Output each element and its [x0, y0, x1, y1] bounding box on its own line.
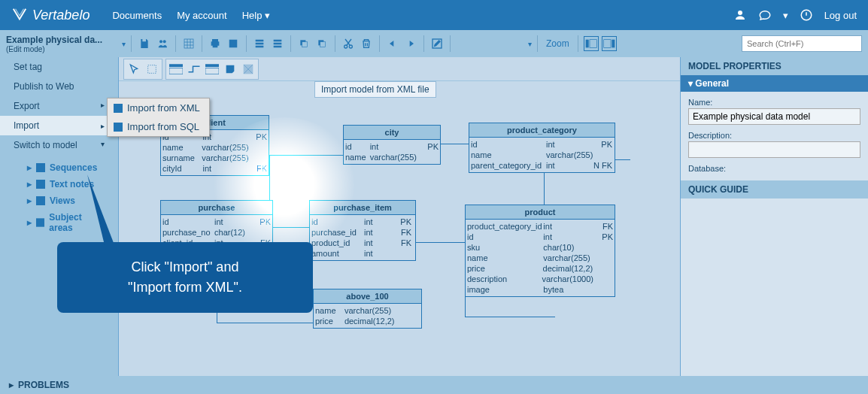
svg-rect-20 — [36, 218, 44, 226]
align4-icon[interactable] — [510, 36, 525, 51]
svg-rect-16 — [612, 40, 615, 48]
cut-icon[interactable] — [341, 36, 356, 51]
svg-rect-27 — [205, 68, 219, 74]
desc-input[interactable] — [688, 141, 860, 158]
entity-product[interactable]: product product_category_idintFKidintPKs… — [465, 205, 615, 297]
nav-help[interactable]: Help ▾ — [242, 10, 270, 21]
svg-rect-18 — [36, 180, 45, 189]
entity-city[interactable]: city idintPKnamevarchar(255) — [343, 125, 441, 165]
copy-icon[interactable] — [296, 36, 311, 51]
menu-import[interactable]: Import▸ — [0, 116, 118, 135]
entity-purchaseitem[interactable]: purchase_item idintPKpurchase_idintFKpro… — [309, 200, 416, 261]
panel-section-general[interactable]: ▾ General — [681, 75, 868, 92]
nav-documents[interactable]: Documents — [112, 10, 162, 21]
svg-rect-9 — [320, 42, 326, 47]
export-icon[interactable] — [226, 36, 241, 51]
tooltip: Import model from XML file — [314, 81, 436, 98]
edit-icon[interactable] — [429, 36, 445, 51]
entity-above100[interactable]: above_100 namevarchar(255)pricedecimal(1… — [313, 289, 422, 329]
document-title: Example physical da... — [6, 35, 119, 45]
svg-rect-25 — [169, 68, 183, 74]
svg-rect-5 — [229, 40, 238, 48]
problems-panel[interactable]: PROBLEMS — [18, 380, 69, 390]
save-icon[interactable] — [137, 36, 152, 51]
select-icon[interactable] — [144, 61, 160, 77]
menu-settag[interactable]: Set tag — [0, 57, 118, 77]
user-icon[interactable] — [733, 8, 747, 22]
panel-header: MODEL PROPERTIES — [681, 57, 868, 75]
svg-rect-7 — [302, 42, 308, 47]
relation-icon[interactable] — [186, 61, 202, 77]
svg-rect-17 — [36, 163, 45, 172]
menu-publish[interactable]: Publish to Web — [0, 77, 118, 96]
logo[interactable]: Vertabelo — [11, 7, 90, 23]
area-icon[interactable] — [240, 61, 256, 77]
delete-icon[interactable] — [359, 36, 374, 51]
search-input[interactable] — [742, 35, 862, 52]
svg-rect-13 — [585, 40, 588, 48]
layout2-icon[interactable] — [602, 36, 617, 51]
tree-textnotes[interactable]: ▸ Text notes — [0, 176, 118, 192]
name-input[interactable] — [688, 108, 860, 125]
entity-productcategory[interactable]: product_category idintPKnamevarchar(255)… — [469, 123, 615, 173]
menu-export[interactable]: Export▸ — [0, 96, 118, 116]
logout-link[interactable]: Log out — [824, 10, 857, 21]
desc-label: Description: — [688, 131, 860, 140]
svg-point-11 — [349, 45, 352, 48]
svg-rect-21 — [114, 104, 123, 113]
align1-icon[interactable] — [456, 36, 471, 51]
logout-icon[interactable] — [800, 8, 813, 22]
chat-icon[interactable] — [758, 8, 772, 22]
grid-icon[interactable] — [181, 36, 196, 51]
svg-rect-26 — [205, 64, 219, 67]
svg-rect-22 — [114, 123, 123, 132]
svg-point-3 — [163, 40, 166, 43]
tree-views[interactable]: ▸ Views — [0, 192, 118, 209]
svg-rect-23 — [148, 65, 156, 73]
svg-rect-24 — [169, 64, 183, 67]
align3-icon[interactable] — [492, 36, 507, 51]
import-submenu: Import from XML Import from SQL — [107, 98, 210, 137]
submenu-import-xml[interactable]: Import from XML — [108, 98, 209, 117]
quickguide-header[interactable]: QUICK GUIDE — [681, 180, 868, 199]
svg-point-10 — [344, 45, 348, 48]
undo-icon[interactable] — [385, 36, 400, 51]
menu-switch[interactable]: Switch to model▾ — [0, 135, 118, 155]
paste-icon[interactable] — [314, 36, 329, 51]
tree-sequences[interactable]: ▸ Sequences — [0, 159, 118, 176]
table-icon[interactable] — [168, 61, 184, 77]
print-icon[interactable] — [208, 36, 223, 51]
svg-rect-14 — [590, 40, 596, 48]
sql2-icon[interactable] — [270, 36, 285, 51]
db-label: Database: — [688, 164, 860, 173]
share-icon[interactable] — [155, 36, 170, 51]
layout1-icon[interactable] — [584, 36, 599, 51]
svg-point-2 — [159, 40, 162, 43]
svg-rect-19 — [36, 196, 45, 205]
nav-myaccount[interactable]: My account — [177, 10, 226, 21]
sql-icon[interactable] — [252, 36, 267, 51]
svg-rect-15 — [603, 40, 610, 48]
redo-icon[interactable] — [403, 36, 418, 51]
zoom-label: Zoom — [546, 38, 569, 49]
pointer-icon[interactable] — [126, 61, 142, 77]
view-icon[interactable] — [204, 61, 220, 77]
svg-point-0 — [738, 11, 742, 15]
submenu-import-sql[interactable]: Import from SQL — [108, 117, 209, 136]
svg-rect-4 — [184, 39, 193, 48]
name-label: Name: — [688, 98, 860, 107]
instruction-callout: Click "Import" and "Import form XML". — [57, 242, 313, 313]
document-mode: (Edit mode) — [6, 45, 119, 53]
note-icon[interactable] — [222, 61, 238, 77]
align2-icon[interactable] — [474, 36, 489, 51]
